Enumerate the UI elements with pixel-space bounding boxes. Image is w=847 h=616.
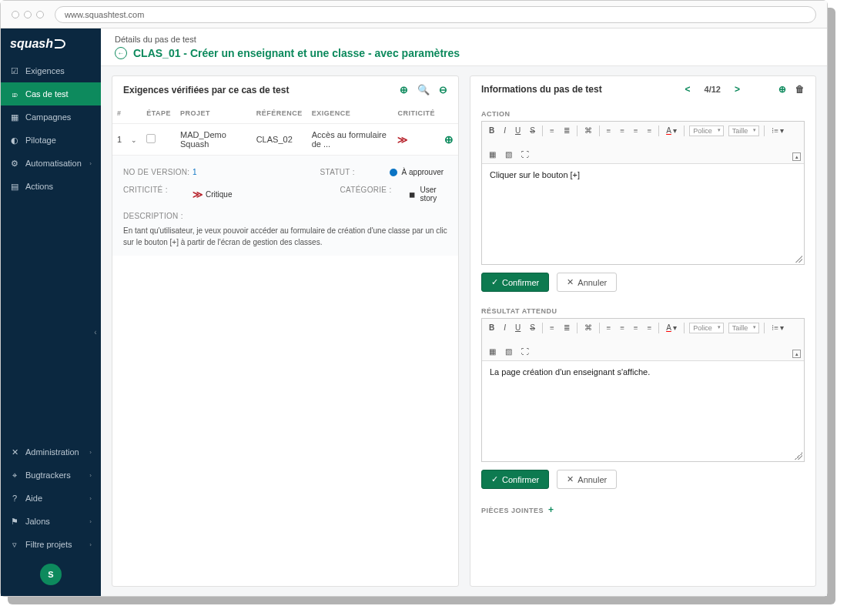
bullist-button[interactable]: ≣ (561, 125, 572, 136)
expand-toggle[interactable]: ⌄ (131, 136, 137, 144)
row-add-button[interactable]: ⊕ (444, 133, 454, 146)
criticality-icon: ≫ (397, 134, 406, 146)
calendar-icon: ▦ (10, 112, 19, 122)
panel-title: Informations du pas de test (481, 84, 602, 95)
chevron-right-icon: › (89, 160, 92, 167)
sidebar-item-exigences[interactable]: ☑Exigences (1, 59, 101, 82)
add-button[interactable]: ⊕ (400, 84, 408, 95)
page-title: ←CLAS_01 - Créer un enseignant et une cl… (115, 47, 813, 59)
add-step-button[interactable]: ⊕ (778, 84, 786, 95)
more-button[interactable]: ⁝≡ ▾ (769, 125, 786, 136)
editor-toolbar: BIUS ≡≣ ⌘ ≡≡≡≡ A ▾ Police Taille ⁝≡ ▾ ▦▧… (482, 319, 804, 361)
bullist-button[interactable]: ≣ (561, 322, 572, 333)
status-dot-icon (390, 169, 397, 176)
more-button[interactable]: ⁝≡ ▾ (769, 322, 786, 333)
description-text: En tant qu'utilisateur, je veux pouvoir … (123, 225, 447, 248)
user-avatar[interactable]: S (40, 564, 62, 585)
back-button[interactable]: ← (115, 47, 127, 59)
textcolor-button[interactable]: A ▾ (664, 125, 679, 136)
sidebar-item-administration[interactable]: ✕Administration› (1, 440, 101, 464)
window-dot[interactable] (24, 11, 32, 18)
align-justify-button[interactable]: ≡ (644, 125, 654, 136)
chevron-right-icon: › (89, 449, 92, 456)
align-right-button[interactable]: ≡ (631, 322, 641, 333)
bold-button[interactable]: B (487, 125, 497, 136)
sidebar-collapse-button[interactable]: ‹ (89, 321, 102, 343)
window-dot[interactable] (12, 11, 19, 18)
align-left-button[interactable]: ≡ (604, 322, 614, 333)
sidebar-item-jalons[interactable]: ⚑Jalons› (1, 510, 101, 533)
table-row[interactable]: 1 ⌄ MAD_Demo Squash CLAS_02 Accès au for… (112, 124, 458, 156)
bookmark-icon: ◼ (409, 190, 415, 199)
table-button[interactable]: ▦ (487, 346, 498, 357)
url-bar[interactable]: www.squashtest.com (55, 6, 816, 23)
image-button[interactable]: ▧ (503, 346, 514, 357)
cancel-action-button[interactable]: ✕ Annuler (557, 273, 617, 292)
fullscreen-button[interactable]: ⛶ (519, 346, 531, 357)
filter-icon: ▿ (10, 540, 19, 549)
align-justify-button[interactable]: ≡ (644, 322, 654, 333)
strike-button[interactable]: S (527, 322, 537, 333)
resize-handle[interactable] (795, 452, 802, 460)
align-center-button[interactable]: ≡ (618, 322, 627, 333)
confirm-action-button[interactable]: ✓ Confirmer (481, 273, 549, 292)
step-info-panel: Informations du pas de test < 4/12 > ⊕ 🗑… (470, 75, 816, 587)
cancel-result-button[interactable]: ✕ Annuler (557, 470, 617, 489)
description-label: DESCRIPTION : (123, 212, 192, 220)
italic-button[interactable]: I (501, 125, 508, 136)
numlist-button[interactable]: ≡ (547, 322, 557, 333)
sidebar: squash ☑Exigences ⎄Cas de test ▦Campagne… (1, 28, 101, 596)
result-label: RÉSULTAT ATTENDU (470, 300, 815, 318)
action-textarea[interactable]: Cliquer sur le bouton [+] (482, 164, 804, 264)
italic-button[interactable]: I (501, 322, 508, 333)
next-step-button[interactable]: > (735, 84, 740, 95)
align-center-button[interactable]: ≡ (618, 125, 627, 136)
table-button[interactable]: ▦ (487, 149, 498, 160)
tools-icon: ✕ (10, 447, 19, 457)
toolbar-collapse-button[interactable]: ▴ (792, 152, 801, 161)
result-textarea[interactable]: La page création d'un enseignant s'affic… (482, 361, 804, 461)
sidebar-item-bugtrackers[interactable]: ⌖Bugtrackers› (1, 464, 101, 487)
resize-handle[interactable] (795, 255, 802, 263)
toolbar-collapse-button[interactable]: ▴ (792, 350, 801, 358)
confirm-result-button[interactable]: ✓ Confirmer (481, 470, 549, 489)
col-req: EXIGENCE (307, 103, 393, 124)
textcolor-button[interactable]: A ▾ (664, 322, 679, 333)
bold-button[interactable]: B (487, 322, 497, 333)
sidebar-item-aide[interactable]: ?Aide› (1, 487, 101, 510)
version-value: 1 (192, 168, 197, 176)
size-select[interactable]: Taille (728, 126, 760, 136)
link-button[interactable]: ⌘ (582, 125, 594, 136)
prev-step-button[interactable]: < (685, 84, 691, 95)
strike-button[interactable]: S (527, 125, 537, 136)
delete-step-button[interactable]: 🗑 (795, 84, 805, 95)
sidebar-item-filtre-projets[interactable]: ▿Filtre projets› (1, 533, 101, 556)
gauge-icon: ◐ (10, 136, 19, 145)
sidebar-item-cas-de-test[interactable]: ⎄Cas de test (1, 82, 101, 105)
align-left-button[interactable]: ≡ (604, 125, 614, 136)
link-button[interactable]: ⌘ (582, 322, 594, 333)
image-button[interactable]: ▧ (503, 149, 514, 160)
underline-button[interactable]: U (513, 322, 523, 333)
search-button[interactable]: 🔍 (417, 84, 430, 95)
window-dot[interactable] (36, 11, 44, 18)
chevron-right-icon: › (89, 495, 92, 502)
sidebar-item-actions[interactable]: ▤Actions (1, 175, 101, 198)
sidebar-item-campagnes[interactable]: ▦Campagnes (1, 105, 101, 129)
align-right-button[interactable]: ≡ (631, 125, 641, 136)
sidebar-item-automatisation[interactable]: ⚙Automatisation› (1, 152, 101, 175)
size-select[interactable]: Taille (728, 323, 760, 333)
underline-button[interactable]: U (513, 125, 523, 136)
sidebar-item-pilotage[interactable]: ◐Pilotage (1, 129, 101, 152)
requirements-table: # ÉTAPE PROJET RÉFÉRENCE EXIGENCE CRITIC… (112, 103, 458, 155)
testcase-icon: ⎄ (10, 89, 19, 99)
remove-button[interactable]: ⊖ (439, 84, 447, 95)
font-select[interactable]: Police (689, 126, 724, 136)
col-project: PROJET (176, 103, 252, 124)
font-select[interactable]: Police (689, 323, 724, 333)
status-value: À approuver (390, 168, 444, 176)
numlist-button[interactable]: ≡ (547, 125, 557, 136)
fullscreen-button[interactable]: ⛶ (519, 149, 531, 160)
checkbox[interactable] (146, 134, 156, 143)
add-attachment-button[interactable]: + (548, 504, 554, 515)
